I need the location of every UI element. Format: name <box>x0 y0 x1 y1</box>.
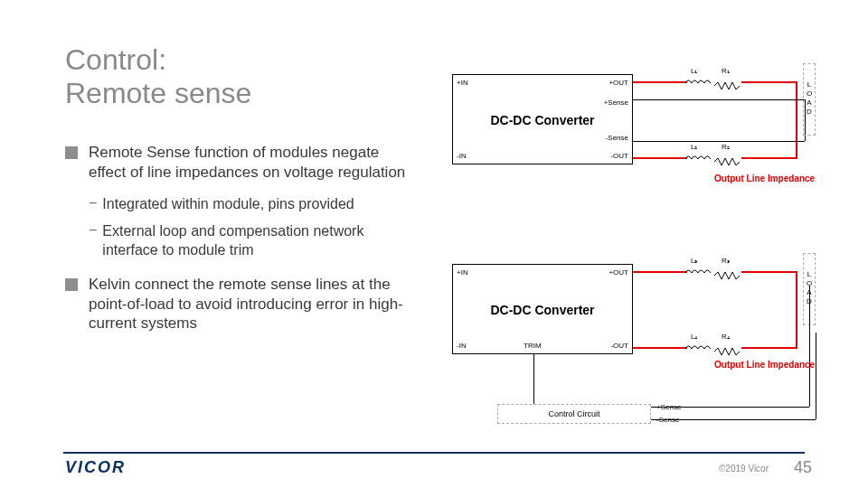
label-r2: R₂ <box>722 143 730 151</box>
label-r3: R₃ <box>722 257 730 265</box>
diagram-area: DC-DC Converter +IN +OUT +Sense -Sense -… <box>443 56 823 436</box>
figure-bottom: DC-DC Converter +IN +OUT -IN -OUT TRIM L… <box>443 246 823 427</box>
inductor-l2 <box>685 154 711 161</box>
wire-top <box>633 81 687 83</box>
bullet-square-icon <box>65 278 78 291</box>
bullet-1-text: Remote Sense function of modules negate … <box>89 143 409 183</box>
label-r4: R₄ <box>722 333 730 341</box>
load-label: LOAD <box>807 80 812 116</box>
wire-ctrl-bot <box>651 419 816 420</box>
inductor-l3 <box>685 267 711 275</box>
converter-box-top: DC-DC Converter +IN +OUT +Sense -Sense -… <box>452 74 633 164</box>
output-line-impedance-top: Output Line Impedance <box>714 174 815 183</box>
wire-sense-bot <box>633 141 805 142</box>
wire-top2-b <box>741 271 796 273</box>
subbullet-1-2-text: External loop and compensation network i… <box>102 222 409 260</box>
slide-title: Control: Remote sense <box>65 43 251 110</box>
wire-bot2-b <box>741 347 796 349</box>
bullet-2: Kelvin connect the remote sense lines at… <box>65 275 409 333</box>
dash-icon: − <box>89 222 97 260</box>
wire-ctrl-top <box>651 407 809 408</box>
wire-bot-b <box>633 347 687 349</box>
pin-plus-in: +IN <box>457 268 468 277</box>
slide-root: Control: Remote sense Remote Sense funct… <box>0 0 868 488</box>
converter-box-bot: DC-DC Converter +IN +OUT -IN -OUT TRIM <box>452 264 633 354</box>
subbullet-1-1-text: Integrated within module, pins provided <box>102 195 354 214</box>
label-l3: L₃ <box>691 257 697 265</box>
pin-plus-sense: +Sense <box>604 99 628 107</box>
output-line-impedance-bot: Output Line Impedance <box>714 360 815 370</box>
bullet-2-text: Kelvin connect the remote sense lines at… <box>89 275 409 333</box>
resistor-r2 <box>714 154 740 161</box>
resistor-r1 <box>714 78 740 85</box>
dash-icon: − <box>89 195 97 214</box>
wire-trim <box>533 354 534 404</box>
pin-plus-out: +OUT <box>609 268 628 277</box>
copyright: ©2019 Vicor <box>719 464 769 474</box>
label-r1: R₁ <box>722 67 730 75</box>
pin-minus-out: -OUT <box>610 152 628 160</box>
wire-bot <box>633 157 687 159</box>
vicor-logo: VICOR <box>65 458 126 477</box>
wire-ctrl-v1 <box>809 286 810 407</box>
pin-minus-in: -IN <box>457 342 467 350</box>
pin-plus-in: +IN <box>457 79 468 87</box>
title-line1: Control: <box>65 43 166 76</box>
converter-label-top: DC-DC Converter <box>453 113 632 127</box>
label-l1: L₁ <box>691 67 697 75</box>
inductor-l1 <box>685 78 711 85</box>
figure-top: DC-DC Converter +IN +OUT +Sense -Sense -… <box>443 56 823 210</box>
page-number: 45 <box>794 458 812 477</box>
pin-minus-out: -OUT <box>610 342 628 350</box>
subbullet-1-2: − External loop and compensation network… <box>89 222 409 260</box>
title-line2: Remote sense <box>65 77 251 109</box>
pin-minus-sense: -Sense <box>606 134 628 142</box>
wire-bot2 <box>741 157 796 159</box>
resistor-r4 <box>714 343 740 351</box>
wire-top-b <box>633 271 687 273</box>
pin-plus-out: +OUT <box>609 79 628 87</box>
bullet-square-icon <box>65 146 78 159</box>
pin-trim: TRIM <box>524 342 542 350</box>
label-l4: L₄ <box>691 333 697 341</box>
footer-rule <box>63 452 805 454</box>
inductor-l4 <box>685 343 711 351</box>
content-block: Remote Sense function of modules negate … <box>65 143 409 346</box>
resistor-r3 <box>714 267 740 275</box>
wire-sense-top <box>633 99 805 100</box>
converter-label-bot: DC-DC Converter <box>453 303 632 317</box>
wire-ctrl-v2 <box>816 333 816 419</box>
wire-botv-b <box>796 327 797 349</box>
bullet-1: Remote Sense function of modules negate … <box>65 143 409 183</box>
control-circuit-box: Control Circuit <box>497 404 651 424</box>
pin-minus-in: -IN <box>457 152 467 160</box>
label-l2: L₂ <box>691 143 697 151</box>
load-box-top: LOAD <box>803 63 816 136</box>
wire-top2 <box>741 81 796 83</box>
subbullet-1-1: − Integrated within module, pins provide… <box>89 195 409 214</box>
